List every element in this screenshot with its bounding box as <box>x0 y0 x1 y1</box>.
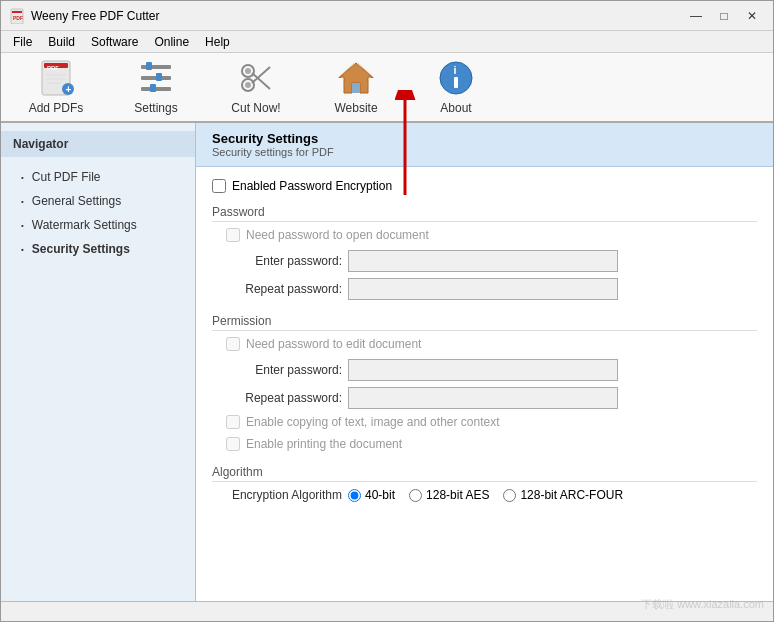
cut-now-button[interactable]: Cut Now! <box>211 57 301 117</box>
settings-icon <box>136 59 176 97</box>
svg-rect-29 <box>454 77 458 88</box>
need-password-open-row: Need password to open document <box>226 228 757 242</box>
enter-password-edit-label: Enter password: <box>212 363 342 377</box>
enable-copy-label: Enable copying of text, image and other … <box>246 415 500 429</box>
svg-point-20 <box>245 68 251 74</box>
bullet-icon: • <box>21 221 24 230</box>
need-password-edit-checkbox[interactable] <box>226 337 240 351</box>
svg-text:+: + <box>66 84 72 95</box>
enable-encryption-checkbox[interactable] <box>212 179 226 193</box>
enable-print-label: Enable printing the document <box>246 437 402 451</box>
minimize-button[interactable]: — <box>683 6 709 26</box>
radio-128aes-input[interactable] <box>409 489 422 502</box>
permission-section: Permission Need password to edit documen… <box>212 314 757 451</box>
cut-now-label: Cut Now! <box>231 101 280 115</box>
need-password-open-checkbox[interactable] <box>226 228 240 242</box>
svg-point-19 <box>245 82 251 88</box>
radio-128arcfour: 128-bit ARC-FOUR <box>503 488 623 502</box>
bullet-icon: • <box>21 197 24 206</box>
repeat-password-open-input[interactable] <box>348 278 618 300</box>
repeat-password-edit-input[interactable] <box>348 387 618 409</box>
sidebar-item-cut-pdf[interactable]: • Cut PDF File <box>1 165 195 189</box>
radio-128aes: 128-bit AES <box>409 488 489 502</box>
sidebar-item-general-settings[interactable]: • General Settings <box>1 189 195 213</box>
menu-online[interactable]: Online <box>146 33 197 51</box>
svg-text:PDF: PDF <box>47 65 59 71</box>
toolbar: PDF + Add PDFs Settings C <box>1 53 773 123</box>
radio-128aes-label: 128-bit AES <box>426 488 489 502</box>
permission-section-label: Permission <box>212 314 757 331</box>
enable-encryption-label[interactable]: Enabled Password Encryption <box>232 179 392 193</box>
enter-password-open-input[interactable] <box>348 250 618 272</box>
content-title: Security Settings <box>212 131 757 146</box>
website-button[interactable]: Website <box>311 57 401 117</box>
sidebar-item-security-settings[interactable]: • Security Settings <box>1 237 195 261</box>
pdf-icon: PDF + <box>36 59 76 97</box>
content-header: Security Settings Security settings for … <box>196 123 773 167</box>
sidebar: Navigator • Cut PDF File • General Setti… <box>1 123 196 601</box>
sidebar-item-cut-pdf-label: Cut PDF File <box>32 170 101 184</box>
need-password-open-label: Need password to open document <box>246 228 429 242</box>
radio-40bit-input[interactable] <box>348 489 361 502</box>
about-label: About <box>440 101 471 115</box>
svg-rect-1 <box>12 11 22 13</box>
svg-rect-16 <box>150 84 156 92</box>
svg-text:PDF: PDF <box>13 15 23 21</box>
encryption-algorithm-row: Encryption Algorithm 40-bit 128-bit AES <box>212 488 757 502</box>
repeat-password-open-label: Repeat password: <box>212 282 342 296</box>
content-subtitle: Security settings for PDF <box>212 146 757 158</box>
svg-text:i: i <box>454 64 457 76</box>
repeat-password-edit-row: Repeat password: <box>212 387 757 409</box>
app-icon: PDF <box>9 8 25 24</box>
website-label: Website <box>334 101 377 115</box>
radio-128arcfour-label: 128-bit ARC-FOUR <box>520 488 623 502</box>
svg-rect-11 <box>141 65 171 69</box>
window-controls: — □ ✕ <box>683 6 765 26</box>
password-section: Password Need password to open document … <box>212 205 757 300</box>
sidebar-item-general-label: General Settings <box>32 194 121 208</box>
encryption-algorithm-label: Encryption Algorithm <box>212 488 342 502</box>
title-bar: PDF Weeny Free PDF Cutter — □ ✕ <box>1 1 773 31</box>
bullet-icon: • <box>21 245 24 254</box>
menu-build[interactable]: Build <box>40 33 83 51</box>
sidebar-item-watermark-label: Watermark Settings <box>32 218 137 232</box>
svg-rect-15 <box>156 73 162 81</box>
watermark: 下载啦 www.xiazaila.com <box>641 597 764 612</box>
enable-copy-row: Enable copying of text, image and other … <box>226 415 757 429</box>
enter-password-open-label: Enter password: <box>212 254 342 268</box>
radio-40bit: 40-bit <box>348 488 395 502</box>
algorithm-section-label: Algorithm <box>212 465 757 482</box>
settings-button[interactable]: Settings <box>111 57 201 117</box>
algorithm-section: Algorithm Encryption Algorithm 40-bit 12… <box>212 465 757 502</box>
password-section-label: Password <box>212 205 757 222</box>
house-icon <box>336 59 376 97</box>
add-pdfs-label: Add PDFs <box>29 101 84 115</box>
radio-128arcfour-input[interactable] <box>503 489 516 502</box>
scissors-icon <box>236 59 276 97</box>
info-icon: i <box>436 59 476 97</box>
maximize-button[interactable]: □ <box>711 6 737 26</box>
menu-software[interactable]: Software <box>83 33 146 51</box>
add-pdfs-button[interactable]: PDF + Add PDFs <box>11 57 101 117</box>
need-password-edit-row: Need password to edit document <box>226 337 757 351</box>
menu-help[interactable]: Help <box>197 33 238 51</box>
need-password-edit-label: Need password to edit document <box>246 337 421 351</box>
enter-password-edit-row: Enter password: <box>212 359 757 381</box>
menu-file[interactable]: File <box>5 33 40 51</box>
sidebar-item-security-label: Security Settings <box>32 242 130 256</box>
enable-print-checkbox[interactable] <box>226 437 240 451</box>
close-button[interactable]: ✕ <box>739 6 765 26</box>
encryption-algorithm-options: 40-bit 128-bit AES 128-bit ARC-FOUR <box>348 488 623 502</box>
repeat-password-edit-label: Repeat password: <box>212 391 342 405</box>
enter-password-edit-input[interactable] <box>348 359 618 381</box>
enable-copy-checkbox[interactable] <box>226 415 240 429</box>
sidebar-item-watermark-settings[interactable]: • Watermark Settings <box>1 213 195 237</box>
bullet-icon: • <box>21 173 24 182</box>
about-button[interactable]: i About <box>411 57 501 117</box>
content-body: Enabled Password Encryption Password Nee… <box>196 167 773 528</box>
svg-rect-14 <box>146 62 152 70</box>
window-title: Weeny Free PDF Cutter <box>31 9 683 23</box>
enable-print-row: Enable printing the document <box>226 437 757 451</box>
sidebar-title: Navigator <box>1 131 195 157</box>
settings-label: Settings <box>134 101 177 115</box>
